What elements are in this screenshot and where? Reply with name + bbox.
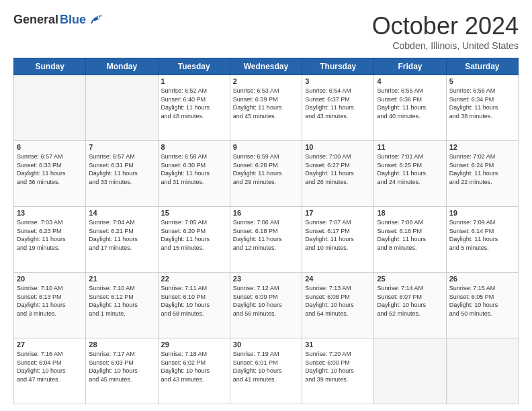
day-number: 21: [89, 275, 154, 283]
calendar-cell: 13Sunrise: 7:03 AM Sunset: 6:23 PM Dayli…: [14, 207, 86, 273]
day-number: 7: [89, 143, 154, 151]
calendar-cell: 10Sunrise: 7:00 AM Sunset: 6:27 PM Dayli…: [302, 141, 374, 207]
day-number: 4: [377, 77, 443, 85]
day-number: 13: [17, 209, 83, 217]
calendar-cell: 27Sunrise: 7:16 AM Sunset: 6:04 PM Dayli…: [14, 338, 86, 404]
calendar-cell: 22Sunrise: 7:11 AM Sunset: 6:10 PM Dayli…: [158, 273, 230, 338]
day-number: 16: [233, 209, 299, 217]
day-header-saturday: Saturday: [446, 58, 518, 75]
calendar-cell: 16Sunrise: 7:06 AM Sunset: 6:18 PM Dayli…: [230, 207, 302, 273]
cell-content: Sunrise: 7:06 AM Sunset: 6:18 PM Dayligh…: [233, 218, 299, 252]
calendar-cell: 3Sunrise: 6:54 AM Sunset: 6:37 PM Daylig…: [302, 75, 374, 141]
day-header-sunday: Sunday: [14, 58, 86, 75]
calendar-cell: 4Sunrise: 6:55 AM Sunset: 6:36 PM Daylig…: [374, 75, 446, 141]
cell-content: Sunrise: 7:00 AM Sunset: 6:27 PM Dayligh…: [305, 152, 371, 186]
calendar-cell: 26Sunrise: 7:15 AM Sunset: 6:05 PM Dayli…: [446, 273, 518, 338]
day-number: 14: [89, 209, 154, 217]
cell-content: Sunrise: 6:52 AM Sunset: 6:40 PM Dayligh…: [161, 87, 227, 120]
day-header-wednesday: Wednesday: [230, 58, 302, 75]
calendar-table: SundayMondayTuesdayWednesdayThursdayFrid…: [13, 58, 519, 404]
day-number: 24: [305, 275, 371, 283]
cell-content: Sunrise: 6:54 AM Sunset: 6:37 PM Dayligh…: [305, 87, 371, 120]
calendar-cell: [14, 75, 86, 141]
cell-content: Sunrise: 7:10 AM Sunset: 6:12 PM Dayligh…: [89, 284, 154, 318]
calendar-cell: 20Sunrise: 7:10 AM Sunset: 6:13 PM Dayli…: [14, 273, 86, 338]
calendar-cell: 17Sunrise: 7:07 AM Sunset: 6:17 PM Dayli…: [302, 207, 374, 273]
header: GeneralBlue October 2024 Cobden, Illinoi…: [13, 12, 519, 51]
day-number: 27: [17, 340, 83, 349]
calendar-cell: 24Sunrise: 7:13 AM Sunset: 6:08 PM Dayli…: [302, 273, 374, 338]
cell-content: Sunrise: 6:55 AM Sunset: 6:36 PM Dayligh…: [377, 87, 443, 120]
day-number: 19: [449, 209, 515, 217]
calendar-cell: 30Sunrise: 7:19 AM Sunset: 6:01 PM Dayli…: [230, 338, 302, 404]
week-row-2: 6Sunrise: 6:57 AM Sunset: 6:33 PM Daylig…: [14, 141, 519, 207]
week-row-3: 13Sunrise: 7:03 AM Sunset: 6:23 PM Dayli…: [14, 207, 519, 273]
calendar-cell: 15Sunrise: 7:05 AM Sunset: 6:20 PM Dayli…: [158, 207, 230, 273]
day-number: 3: [305, 77, 371, 85]
day-number: 31: [305, 340, 371, 349]
logo-general: General: [13, 13, 58, 27]
cell-content: Sunrise: 7:05 AM Sunset: 6:20 PM Dayligh…: [161, 218, 227, 252]
cell-content: Sunrise: 7:01 AM Sunset: 6:25 PM Dayligh…: [377, 152, 443, 186]
calendar-cell: 28Sunrise: 7:17 AM Sunset: 6:03 PM Dayli…: [86, 338, 158, 404]
calendar-cell: 12Sunrise: 7:02 AM Sunset: 6:24 PM Dayli…: [446, 141, 518, 207]
calendar-cell: 19Sunrise: 7:09 AM Sunset: 6:14 PM Dayli…: [446, 207, 518, 273]
day-number: 30: [233, 340, 299, 349]
day-number: 23: [233, 275, 299, 283]
day-header-tuesday: Tuesday: [158, 58, 230, 75]
day-header-thursday: Thursday: [302, 58, 374, 75]
calendar-cell: 5Sunrise: 6:56 AM Sunset: 6:34 PM Daylig…: [446, 75, 518, 141]
logo-bird-icon: [89, 12, 103, 27]
calendar-cell: 7Sunrise: 6:57 AM Sunset: 6:31 PM Daylig…: [86, 141, 158, 207]
week-row-5: 27Sunrise: 7:16 AM Sunset: 6:04 PM Dayli…: [14, 338, 519, 404]
day-number: 9: [233, 143, 299, 151]
calendar-body: 1Sunrise: 6:52 AM Sunset: 6:40 PM Daylig…: [14, 75, 519, 404]
day-number: 26: [449, 275, 515, 283]
cell-content: Sunrise: 7:16 AM Sunset: 6:04 PM Dayligh…: [17, 350, 83, 383]
cell-content: Sunrise: 7:15 AM Sunset: 6:05 PM Dayligh…: [449, 284, 515, 318]
calendar-header-row: SundayMondayTuesdayWednesdayThursdayFrid…: [14, 58, 519, 75]
calendar-cell: 14Sunrise: 7:04 AM Sunset: 6:21 PM Dayli…: [86, 207, 158, 273]
cell-content: Sunrise: 7:19 AM Sunset: 6:01 PM Dayligh…: [233, 350, 299, 383]
cell-content: Sunrise: 6:57 AM Sunset: 6:33 PM Dayligh…: [17, 152, 83, 186]
day-number: 5: [449, 77, 515, 85]
calendar-cell: 11Sunrise: 7:01 AM Sunset: 6:25 PM Dayli…: [374, 141, 446, 207]
cell-content: Sunrise: 7:07 AM Sunset: 6:17 PM Dayligh…: [305, 218, 371, 252]
logo: GeneralBlue: [13, 12, 103, 27]
calendar-cell: [86, 75, 158, 141]
week-row-4: 20Sunrise: 7:10 AM Sunset: 6:13 PM Dayli…: [14, 273, 519, 338]
day-number: 15: [161, 209, 227, 217]
day-header-friday: Friday: [374, 58, 446, 75]
day-number: 6: [17, 143, 83, 151]
cell-content: Sunrise: 7:13 AM Sunset: 6:08 PM Dayligh…: [305, 284, 371, 318]
calendar-cell: 8Sunrise: 6:58 AM Sunset: 6:30 PM Daylig…: [158, 141, 230, 207]
day-number: 22: [161, 275, 227, 283]
calendar-cell: 6Sunrise: 6:57 AM Sunset: 6:33 PM Daylig…: [14, 141, 86, 207]
title-section: October 2024 Cobden, Illinois, United St…: [372, 12, 519, 51]
cell-content: Sunrise: 6:53 AM Sunset: 6:39 PM Dayligh…: [233, 87, 299, 120]
calendar-cell: [446, 338, 518, 404]
cell-content: Sunrise: 7:12 AM Sunset: 6:09 PM Dayligh…: [233, 284, 299, 318]
day-number: 10: [305, 143, 371, 151]
month-title: October 2024: [372, 12, 519, 40]
cell-content: Sunrise: 7:04 AM Sunset: 6:21 PM Dayligh…: [89, 218, 154, 252]
calendar-cell: 18Sunrise: 7:08 AM Sunset: 6:16 PM Dayli…: [374, 207, 446, 273]
cell-content: Sunrise: 7:11 AM Sunset: 6:10 PM Dayligh…: [161, 284, 227, 318]
day-number: 17: [305, 209, 371, 217]
calendar-cell: 25Sunrise: 7:14 AM Sunset: 6:07 PM Dayli…: [374, 273, 446, 338]
calendar-cell: 21Sunrise: 7:10 AM Sunset: 6:12 PM Dayli…: [86, 273, 158, 338]
day-number: 20: [17, 275, 83, 283]
day-header-monday: Monday: [86, 58, 158, 75]
day-number: 12: [449, 143, 515, 151]
day-number: 28: [89, 340, 154, 349]
cell-content: Sunrise: 7:14 AM Sunset: 6:07 PM Dayligh…: [377, 284, 443, 318]
day-number: 25: [377, 275, 443, 283]
day-number: 18: [377, 209, 443, 217]
calendar-cell: 23Sunrise: 7:12 AM Sunset: 6:09 PM Dayli…: [230, 273, 302, 338]
logo-text: GeneralBlue: [13, 12, 103, 27]
logo-blue: Blue: [60, 13, 86, 27]
cell-content: Sunrise: 6:57 AM Sunset: 6:31 PM Dayligh…: [89, 152, 154, 186]
calendar-cell: 1Sunrise: 6:52 AM Sunset: 6:40 PM Daylig…: [158, 75, 230, 141]
cell-content: Sunrise: 6:58 AM Sunset: 6:30 PM Dayligh…: [161, 152, 227, 186]
cell-content: Sunrise: 7:20 AM Sunset: 6:00 PM Dayligh…: [305, 350, 371, 383]
